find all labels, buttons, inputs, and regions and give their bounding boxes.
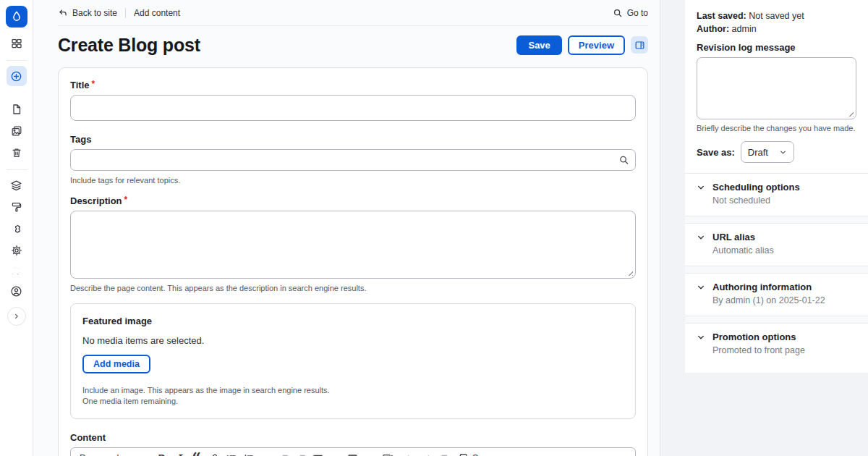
gear-icon: [11, 245, 22, 256]
accordion-title: Scheduling options: [712, 182, 800, 193]
accordion-header[interactable]: URL alias: [697, 232, 856, 242]
users-icon: [11, 265, 22, 276]
bold-button[interactable]: B: [153, 449, 170, 456]
layout-panel-icon: [634, 40, 645, 51]
source-label: Source: [472, 453, 501, 456]
chevron-down-icon: [697, 233, 705, 242]
alignment-dropdown[interactable]: [327, 449, 344, 456]
goto-shortcut[interactable]: Go to: [613, 8, 648, 18]
section-gap: [685, 216, 868, 224]
accordion-title: Promotion options: [712, 332, 796, 342]
accordion-url-alias: URL alias Automatic alias: [697, 224, 856, 266]
user-circle-icon: [10, 285, 22, 297]
meta-sidebar-toggle-button[interactable]: [631, 36, 648, 54]
admin-topbar: Back to site Add content Go to: [33, 0, 660, 25]
sidebar-item-people[interactable]: [7, 262, 27, 279]
revision-log-label: Revision log message: [697, 42, 856, 53]
image-icon: [11, 125, 22, 137]
sidebar-item-configuration[interactable]: [7, 240, 27, 261]
paragraph-style-dropdown[interactable]: Paragraph: [76, 453, 150, 456]
drupal-logo-icon: [10, 10, 23, 23]
accordion-header[interactable]: Promotion options: [697, 332, 856, 342]
page-header: Create Blog post Save Preview: [33, 26, 660, 56]
sidebar-item-media[interactable]: [7, 121, 27, 141]
source-code-icon: [457, 452, 469, 456]
numbered-list-dropdown[interactable]: [258, 449, 274, 456]
author-value: admin: [729, 24, 757, 34]
last-saved-line: Last saved: Not saved yet: [697, 9, 856, 22]
link-button[interactable]: [205, 449, 222, 456]
revision-log-textarea[interactable]: [697, 57, 856, 119]
sidebar-item-content[interactable]: [7, 99, 27, 119]
sidebar-item-account[interactable]: [7, 281, 27, 301]
meta-panel: Last saved: Not saved yet Author: admin …: [685, 0, 868, 373]
content-field-label: Content: [70, 432, 636, 443]
author-label: Author:: [697, 24, 729, 34]
title-input[interactable]: [70, 95, 636, 121]
source-button[interactable]: Source: [454, 452, 505, 456]
tags-input-wrap: [70, 149, 636, 171]
chevron-right-icon: [12, 312, 21, 321]
redo-button[interactable]: [419, 449, 435, 456]
sidebar-item-add-content[interactable]: [7, 66, 27, 86]
accordion-header[interactable]: Authoring information: [697, 282, 856, 292]
sidebar-expand-button[interactable]: [7, 307, 26, 326]
sidebar-item-structure[interactable]: [7, 175, 27, 195]
save-as-label: Save as:: [697, 147, 735, 158]
last-saved-label: Last saved:: [697, 11, 746, 21]
plus-circle-icon: [10, 70, 22, 83]
breadcrumb-add-content[interactable]: Add content: [134, 8, 180, 18]
redo-icon: [422, 453, 433, 456]
sidebar-item-extend[interactable]: [7, 219, 27, 239]
sidebar-item-dashboard[interactable]: [7, 33, 27, 54]
accordion-summary: Promoted to front page: [712, 345, 856, 355]
accordion-summary: By admin (1) on 2025-01-22: [712, 295, 856, 305]
tags-search-icon: [618, 155, 629, 166]
header-actions: Save Preview: [516, 35, 648, 55]
table-dropdown[interactable]: [362, 449, 378, 456]
save-button[interactable]: Save: [516, 35, 561, 55]
indent-icon: [295, 453, 306, 456]
italic-button[interactable]: I: [171, 449, 187, 456]
numbered-list-button[interactable]: [240, 449, 257, 456]
trash-icon: [11, 147, 22, 159]
outdent-button[interactable]: [275, 449, 292, 456]
meta-region: Last saved: Not saved yet Author: admin …: [660, 0, 868, 456]
bulleted-list-button[interactable]: [223, 449, 239, 456]
undo-button[interactable]: [401, 449, 418, 456]
tags-help: Include tags for relevant topics.: [70, 175, 636, 185]
main-content: Back to site Add content Go to Create Bl…: [33, 0, 660, 456]
revision-textarea-wrap: [697, 57, 856, 119]
tags-input[interactable]: [70, 149, 636, 171]
back-to-site-label: Back to site: [72, 8, 117, 18]
blockquote-button[interactable]: “: [188, 449, 205, 456]
back-to-site-link[interactable]: Back to site: [58, 8, 117, 18]
add-content-label: Add content: [134, 8, 180, 18]
content-label-text: Content: [70, 432, 106, 443]
accordion-summary: Not scheduled: [712, 195, 856, 206]
featured-image-help-line1: Include an image. This appears as the im…: [82, 385, 624, 396]
dashboard-icon: [11, 38, 22, 49]
moderation-state-select[interactable]: Draft: [741, 141, 794, 163]
text-alignment-button[interactable]: [310, 449, 326, 456]
revision-log-help: Briefly describe the changes you have ma…: [697, 123, 856, 133]
tags-field-label: Tags: [70, 134, 636, 145]
accordion-title: Authoring information: [712, 282, 812, 292]
sidebar-item-appearance[interactable]: [7, 197, 27, 217]
insert-table-button[interactable]: [344, 449, 361, 456]
accordion-promotion-options: Promotion options Promoted to front page: [697, 324, 856, 360]
description-label-text: Description: [70, 195, 122, 206]
description-textarea[interactable]: [70, 211, 636, 279]
required-marker: *: [92, 80, 95, 88]
editor-toolbar: Paragraph B I “: [70, 447, 636, 456]
add-media-button[interactable]: Add media: [82, 355, 150, 373]
accordion-summary: Automatic alias: [712, 245, 856, 256]
insert-media-button[interactable]: [379, 449, 396, 456]
indent-button[interactable]: [292, 449, 309, 456]
remove-format-button[interactable]: [436, 449, 453, 456]
sidebar-item-home[interactable]: [6, 6, 27, 28]
preview-button[interactable]: Preview: [568, 35, 625, 55]
featured-image-fieldset: Featured image No media items are select…: [70, 303, 636, 419]
accordion-header[interactable]: Scheduling options: [697, 182, 856, 193]
sidebar-item-trash[interactable]: [7, 143, 27, 163]
